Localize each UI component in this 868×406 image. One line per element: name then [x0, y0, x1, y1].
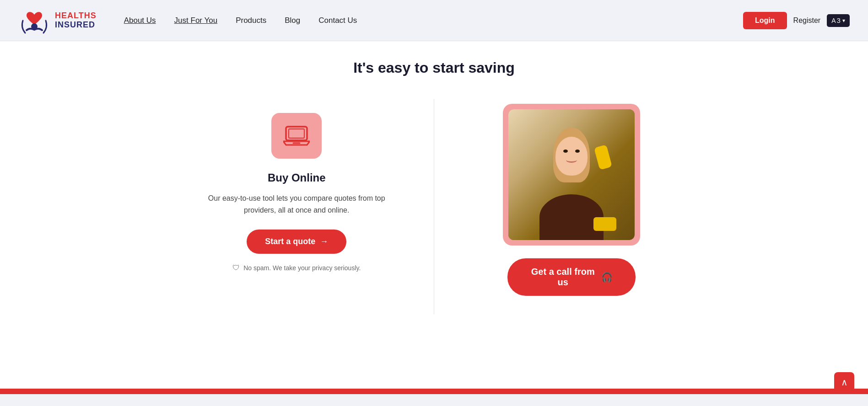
- nav-right: Login Register A З ▾: [743, 12, 850, 29]
- shield-icon: 🛡: [232, 264, 240, 272]
- no-spam: 🛡 No spam. We take your privacy seriousl…: [232, 264, 361, 272]
- start-quote-button[interactable]: Start a quote →: [247, 230, 346, 254]
- footer-bar: [0, 389, 868, 394]
- columns: Buy Online Our easy-to-use tool lets you…: [160, 99, 709, 314]
- no-spam-text: No spam. We take your privacy seriously.: [243, 264, 361, 272]
- face-shape: [555, 137, 588, 176]
- logo-area[interactable]: HEALTHS INSURED: [18, 5, 97, 37]
- main-content: It's easy to start saving Buy Online Our…: [0, 41, 868, 389]
- logo-healths: HEALTHS: [55, 11, 97, 21]
- nav-about[interactable]: About Us: [124, 16, 156, 25]
- buy-online-desc: Our easy-to-use tool lets you compare qu…: [205, 192, 388, 216]
- language-selector[interactable]: A З ▾: [827, 14, 850, 27]
- col-left: Buy Online Our easy-to-use tool lets you…: [160, 99, 435, 314]
- body-shape: [539, 194, 604, 240]
- navbar: HEALTHS INSURED About Us Just For You Pr…: [0, 0, 868, 41]
- scroll-top-button[interactable]: ∧: [834, 372, 854, 392]
- page-title: It's easy to start saving: [37, 59, 831, 76]
- nav-products[interactable]: Products: [236, 16, 266, 25]
- start-quote-label: Start a quote: [265, 237, 315, 246]
- lang-code: A З: [831, 17, 841, 24]
- phone-image-wrapper: [503, 104, 640, 246]
- logo-insured: INSURED: [55, 21, 97, 30]
- buy-online-title: Buy Online: [268, 171, 326, 184]
- get-call-button[interactable]: Get a call from us 🎧: [507, 258, 636, 296]
- nav-contact[interactable]: Contact Us: [318, 16, 357, 25]
- nav-blog[interactable]: Blog: [285, 16, 300, 25]
- online-icon-box: [271, 113, 322, 159]
- login-button[interactable]: Login: [743, 12, 787, 29]
- logo-text: HEALTHS INSURED: [55, 11, 97, 30]
- scroll-top-icon: ∧: [841, 377, 848, 388]
- svg-rect-2: [289, 129, 304, 138]
- col-right: Get a call from us 🎧: [434, 99, 709, 314]
- logo-icon: [18, 5, 50, 37]
- laptop-icon: [283, 125, 310, 147]
- chevron-down-icon: ▾: [842, 17, 845, 24]
- arrow-icon: →: [320, 237, 328, 246]
- nav-just-for-you[interactable]: Just For You: [174, 16, 218, 25]
- nav-links: About Us Just For You Products Blog Cont…: [124, 16, 743, 25]
- headset-icon: 🎧: [601, 272, 613, 283]
- phone-call-image: [508, 109, 635, 240]
- get-call-label: Get a call from us: [530, 267, 596, 288]
- register-button[interactable]: Register: [793, 16, 821, 25]
